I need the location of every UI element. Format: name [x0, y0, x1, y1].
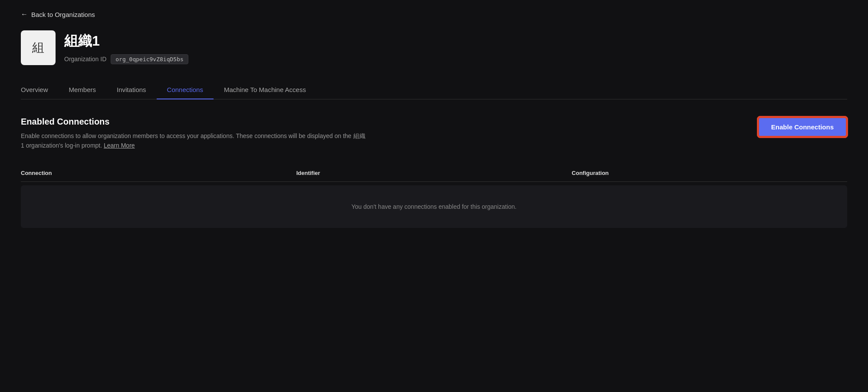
org-id-label: Organization ID: [64, 56, 106, 63]
section-desc-text: Enable connections to allow organization…: [21, 132, 365, 149]
tab-invitations[interactable]: Invitations: [106, 81, 157, 99]
org-avatar: 組: [21, 30, 56, 65]
back-to-organizations-link[interactable]: ← Back to Organizations: [21, 10, 95, 18]
org-avatar-char: 組: [32, 40, 44, 56]
org-name: 組織1: [64, 32, 188, 51]
org-info: 組織1 Organization ID org_0qpeic9vZ8iqD5bs: [64, 32, 188, 64]
org-id-row: Organization ID org_0qpeic9vZ8iqD5bs: [64, 54, 188, 64]
table-header-configuration: Configuration: [572, 170, 847, 176]
tab-connections[interactable]: Connections: [157, 81, 214, 99]
org-header: 組 組織1 Organization ID org_0qpeic9vZ8iqD5…: [21, 30, 847, 65]
section-title-area: Enabled Connections Enable connections t…: [21, 117, 368, 151]
back-arrow-icon: ←: [21, 10, 28, 18]
table-header: Connection Identifier Configuration: [21, 165, 847, 182]
empty-state-text: You don't have any connections enabled f…: [352, 203, 516, 210]
section-description: Enable connections to allow organization…: [21, 131, 368, 151]
tab-machine-access[interactable]: Machine To Machine Access: [214, 81, 316, 99]
table-header-connection: Connection: [21, 170, 296, 176]
connections-table: Connection Identifier Configuration You …: [21, 165, 847, 228]
connections-section-header: Enabled Connections Enable connections t…: [21, 117, 847, 151]
back-link-label: Back to Organizations: [31, 11, 95, 18]
tab-overview[interactable]: Overview: [21, 81, 59, 99]
enable-connections-button[interactable]: Enable Connections: [758, 117, 847, 137]
section-title: Enabled Connections: [21, 117, 368, 127]
org-id-badge[interactable]: org_0qpeic9vZ8iqD5bs: [111, 54, 188, 64]
tab-members[interactable]: Members: [59, 81, 107, 99]
tabs-nav: Overview Members Invitations Connections…: [21, 81, 847, 99]
empty-state: You don't have any connections enabled f…: [21, 185, 847, 228]
table-header-identifier: Identifier: [296, 170, 572, 176]
learn-more-link[interactable]: Learn More: [104, 142, 135, 149]
